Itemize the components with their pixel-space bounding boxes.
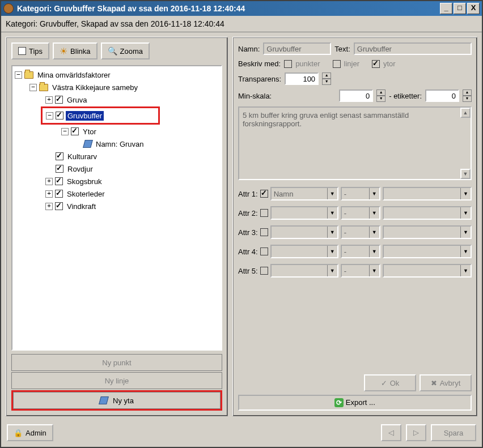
attr5-name-combo[interactable]: ▼ (270, 264, 338, 278)
attr4-val-combo[interactable]: ▼ (383, 245, 472, 258)
transparens-label: Transparens: (238, 75, 281, 83)
punkter-checkbox[interactable] (284, 60, 292, 68)
row-namn-text: Namn: Gruvbuffer Text: Gruvbuffer (238, 42, 472, 55)
attr-row-2: Attr 2: ▼ -▼ ▼ (238, 206, 472, 220)
expander-icon[interactable]: + (45, 203, 53, 210)
expander-icon[interactable]: − (46, 112, 53, 120)
category-tree[interactable]: − Mina omvärldsfaktorer − Västra Kikkeja… (11, 65, 222, 351)
attr5-val-combo[interactable]: ▼ (383, 264, 472, 278)
node-checkbox[interactable] (71, 127, 79, 135)
chevron-down-icon: ▼ (460, 227, 471, 238)
zooma-button[interactable]: 🔍 Zooma (101, 42, 150, 59)
minskala-spinner[interactable]: ▲▼ (376, 89, 385, 102)
chevron-down-icon: ▼ (369, 246, 379, 257)
nav-prev-button[interactable]: ◁ (381, 424, 401, 441)
transparens-field[interactable]: 100 (285, 72, 319, 85)
chevron-down-icon: ▼ (327, 188, 337, 199)
minimize-button[interactable]: _ (440, 3, 452, 14)
tips-checkbox[interactable] (18, 47, 26, 55)
tree-node-sameby[interactable]: − Västra Kikkejaure sameby (14, 81, 220, 93)
attr3-val-combo[interactable]: ▼ (383, 225, 472, 239)
expander-icon[interactable]: + (45, 190, 53, 198)
attr2-name-combo[interactable]: ▼ (270, 206, 338, 220)
attr2-label: Attr 2: (238, 209, 258, 217)
attr2-checkbox[interactable] (260, 209, 268, 217)
attr-row-5: Attr 5: ▼ -▼ ▼ (238, 264, 472, 278)
etiketter-spinner[interactable]: ▲▼ (463, 89, 472, 102)
export-label: Export ... (346, 398, 375, 407)
node-checkbox[interactable] (55, 96, 63, 104)
page-icon (99, 396, 109, 404)
node-checkbox[interactable] (55, 177, 63, 185)
transparens-spinner[interactable]: ▲▼ (322, 72, 331, 85)
new-point-button[interactable]: Ny punkt (11, 354, 222, 371)
close-button[interactable]: X (467, 3, 480, 14)
tree-node-gruvan[interactable]: Namn: Gruvan (14, 138, 220, 150)
description-text: 5 km buffer kring gruva enligt senast sa… (243, 111, 409, 128)
scroll-down-button[interactable]: ▼ (460, 169, 471, 179)
cancel-button[interactable]: ✖ Avbryt (420, 374, 472, 391)
tree-node-gruvbuffer[interactable]: − Gruvbuffer (46, 109, 157, 122)
expander-icon[interactable]: − (61, 128, 69, 135)
attr2-op-combo[interactable]: -▼ (341, 206, 380, 220)
expander-icon[interactable]: + (45, 96, 53, 104)
admin-button[interactable]: 🔒 Admin (7, 424, 53, 441)
attr4-op-combo[interactable]: -▼ (341, 245, 380, 258)
linjer-checkbox[interactable] (333, 60, 341, 68)
expander-icon[interactable]: − (15, 71, 22, 79)
tips-button[interactable]: Tips (11, 42, 49, 59)
expander-icon[interactable]: − (29, 84, 37, 91)
scroll-up-button[interactable]: ▲ (460, 108, 471, 118)
ytor-checkbox[interactable] (372, 60, 380, 68)
attr5-op-combo[interactable]: -▼ (341, 264, 380, 278)
admin-label: Admin (26, 429, 46, 437)
attr1-checkbox[interactable] (260, 190, 268, 198)
blinka-button[interactable]: ☀ Blinka (53, 42, 97, 59)
attr3-op-combo[interactable]: -▼ (341, 225, 380, 239)
node-checkbox[interactable] (56, 112, 63, 120)
nav-next-button[interactable]: ▷ (406, 424, 426, 441)
export-bar[interactable]: ⟳ Export ... (238, 395, 472, 411)
maximize-button[interactable]: □ (454, 3, 466, 14)
attr1-val-combo[interactable]: ▼ (383, 187, 472, 200)
expander-icon[interactable]: + (45, 178, 53, 185)
attr2-val-combo[interactable]: ▼ (383, 206, 472, 220)
attr1-name-combo[interactable]: Namn▼ (270, 187, 338, 200)
tree-node-skogsbruk[interactable]: + Skogsbruk (14, 175, 220, 187)
attr4-checkbox[interactable] (260, 248, 268, 255)
tree-node-rovdjur[interactable]: Rovdjur (14, 163, 220, 175)
attr1-op-combo[interactable]: -▼ (341, 187, 380, 200)
chevron-down-icon: ▼ (460, 188, 471, 199)
tree-node-kulturarv[interactable]: Kulturarv (14, 150, 220, 163)
attr4-name-combo[interactable]: ▼ (270, 245, 338, 258)
attr3-label: Attr 3: (238, 228, 258, 237)
tree-node-vindkraft[interactable]: + Vindkraft (14, 200, 220, 212)
folder-icon (39, 84, 48, 91)
tree-node-skoterleder[interactable]: + Skoterleder (14, 187, 220, 200)
new-buttons: Ny punkt Ny linje Ny yta (11, 354, 222, 411)
tree-node-ytor[interactable]: − Ytor (14, 125, 220, 138)
etiketter-field[interactable]: 0 (425, 89, 459, 102)
node-label: Skogsbruk (65, 177, 103, 186)
attr3-name-combo[interactable]: ▼ (270, 225, 338, 239)
ok-cancel-row: ✓ Ok ✖ Avbryt (238, 374, 472, 391)
node-checkbox[interactable] (56, 152, 63, 160)
chevron-down-icon: ▼ (327, 207, 337, 219)
app-window: Kategori: Gruvbuffer Skapad av ssa den 2… (0, 0, 483, 448)
node-checkbox[interactable] (55, 190, 63, 198)
ok-button[interactable]: ✓ Ok (364, 374, 416, 391)
description-box[interactable]: 5 km buffer kring gruva enligt senast sa… (238, 106, 472, 180)
minskala-field[interactable]: 0 (339, 89, 373, 102)
tree-node-gruva[interactable]: + Gruva (14, 93, 220, 106)
save-label: Spara (444, 429, 464, 437)
text-field[interactable]: Gruvbuffer (354, 42, 472, 55)
tree-node-root[interactable]: − Mina omvärldsfaktorer (14, 69, 220, 81)
new-line-button[interactable]: Ny linje (11, 372, 222, 389)
namn-field[interactable]: Gruvbuffer (263, 42, 331, 55)
save-button[interactable]: Spara (431, 424, 476, 441)
node-checkbox[interactable] (55, 202, 63, 210)
attr5-checkbox[interactable] (260, 267, 268, 275)
new-area-button[interactable]: Ny yta (13, 392, 221, 409)
attr3-checkbox[interactable] (260, 228, 268, 236)
node-checkbox[interactable] (56, 165, 63, 173)
